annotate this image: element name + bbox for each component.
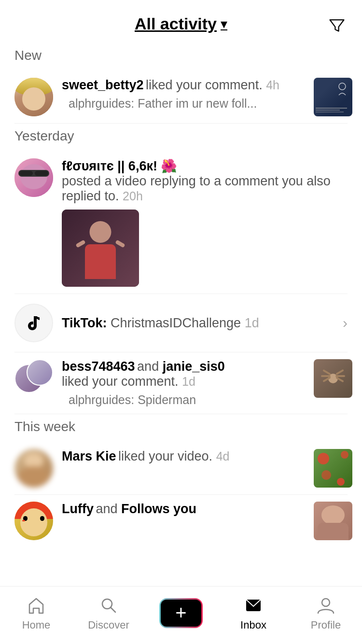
- section-yesterday: Yesterday: [0, 124, 362, 152]
- username-2: janie_sis0: [163, 359, 225, 374]
- nav-inbox[interactable]: Inbox: [217, 595, 290, 631]
- notif-item[interactable]: bess748463 and janie_sis0 liked your com…: [0, 352, 362, 414]
- nav-profile[interactable]: Profile: [290, 595, 362, 631]
- nav-discover[interactable]: Discover: [72, 595, 145, 631]
- chevron-right-icon: ›: [343, 315, 348, 331]
- section-new: New: [0, 43, 362, 71]
- nav-profile-label: Profile: [311, 619, 341, 631]
- avatar-overlap: [14, 359, 53, 398]
- svg-line-3: [111, 607, 115, 612]
- action-text: liked your comment.: [62, 374, 182, 389]
- avatar: [14, 78, 53, 116]
- video-thumbnail-large: [62, 210, 139, 287]
- nav-create[interactable]: +: [145, 598, 217, 628]
- comment-quote: alphrguides: Spiderman: [62, 393, 305, 407]
- notif-content: Luffy and Follows you: [62, 502, 305, 517]
- action-text: liked your comment.: [146, 78, 266, 92]
- action-text: posted a video replying to a comment you…: [62, 174, 331, 203]
- search-icon: [98, 595, 119, 616]
- notif-content: Mars Kie liked your video. 4d: [62, 449, 305, 464]
- home-icon: [26, 595, 47, 616]
- all-activity-dropdown[interactable]: All activity ▾: [135, 14, 227, 33]
- create-button[interactable]: +: [159, 598, 203, 628]
- plus-icon: +: [175, 602, 186, 624]
- comment-text: alphrguides: Father im ur new foll...: [69, 97, 257, 111]
- avatar: [14, 158, 53, 197]
- nav-home-label: Home: [22, 619, 51, 631]
- notif-item[interactable]: Mars Kie liked your video. 4d: [0, 442, 362, 494]
- tiktok-notification[interactable]: TikTok: ChristmasIDChallenge 1d ›: [0, 294, 362, 352]
- nav-discover-label: Discover: [88, 619, 129, 631]
- header-title-text: All activity: [135, 14, 217, 33]
- notif-content: bess748463 and janie_sis0 liked your com…: [62, 359, 305, 407]
- and-text: and: [96, 502, 121, 516]
- time-text: 4h: [266, 78, 279, 92]
- avatar: [14, 502, 53, 540]
- tiktok-challenge: ChristmasIDChallenge: [111, 316, 245, 330]
- tiktok-brand: TikTok:: [62, 316, 107, 330]
- tiktok-logo: [14, 304, 53, 342]
- comment-quote: alphrguides: Father im ur new foll...: [62, 97, 305, 111]
- username-1: Luffy: [62, 502, 94, 516]
- nav-home[interactable]: Home: [0, 595, 72, 631]
- notif-content: sweet_betty2 liked your comment. 4h alph…: [62, 78, 305, 111]
- time-text: 1d: [182, 375, 195, 388]
- notif-item[interactable]: Luffy and Follows you: [0, 495, 362, 547]
- time-text: 20h: [123, 189, 143, 203]
- comment-text: alphrguides: Spiderman: [69, 393, 196, 407]
- avatar: [14, 449, 53, 488]
- svg-point-1: [339, 83, 346, 90]
- follows-text: Follows you: [121, 502, 196, 516]
- person-icon: [315, 595, 336, 616]
- notif-item[interactable]: sweet_betty2 liked your comment. 4h alph…: [0, 71, 362, 123]
- and-text: and: [137, 359, 163, 374]
- username: sweet_betty2: [62, 78, 144, 92]
- time-text: 1d: [245, 316, 259, 330]
- inbox-icon: [243, 595, 264, 616]
- section-this-week: This week: [0, 414, 362, 442]
- notif-content: fℓσυяιтє || 6,6к! 🌺 posted a video reply…: [62, 158, 348, 287]
- video-thumbnail: [314, 449, 352, 488]
- username: Mars Kie: [62, 449, 116, 463]
- svg-point-6: [322, 599, 330, 606]
- time-text: 4d: [216, 449, 230, 463]
- svg-marker-0: [330, 20, 344, 31]
- chevron-down-icon: ▾: [221, 16, 227, 32]
- tiktok-content: TikTok: ChristmasIDChallenge 1d: [62, 316, 334, 331]
- bottom-navigation: Home Discover + Inbox: [0, 586, 362, 644]
- video-thumbnail: [314, 359, 352, 398]
- username: fℓσυяιтє || 6,6к! 🌺: [62, 159, 177, 173]
- notif-item[interactable]: fℓσυяιтє || 6,6к! 🌺 posted a video reply…: [0, 152, 362, 294]
- action-text: liked your video.: [118, 449, 216, 463]
- username-1: bess748463: [62, 359, 135, 374]
- video-thumbnail: [314, 78, 352, 116]
- header: All activity ▾: [0, 0, 362, 43]
- notifications-scroll: New sweet_betty2 liked your comment. 4h …: [0, 43, 362, 610]
- nav-inbox-label: Inbox: [240, 619, 266, 631]
- video-thumbnail: [314, 502, 352, 540]
- filter-button[interactable]: [326, 14, 348, 36]
